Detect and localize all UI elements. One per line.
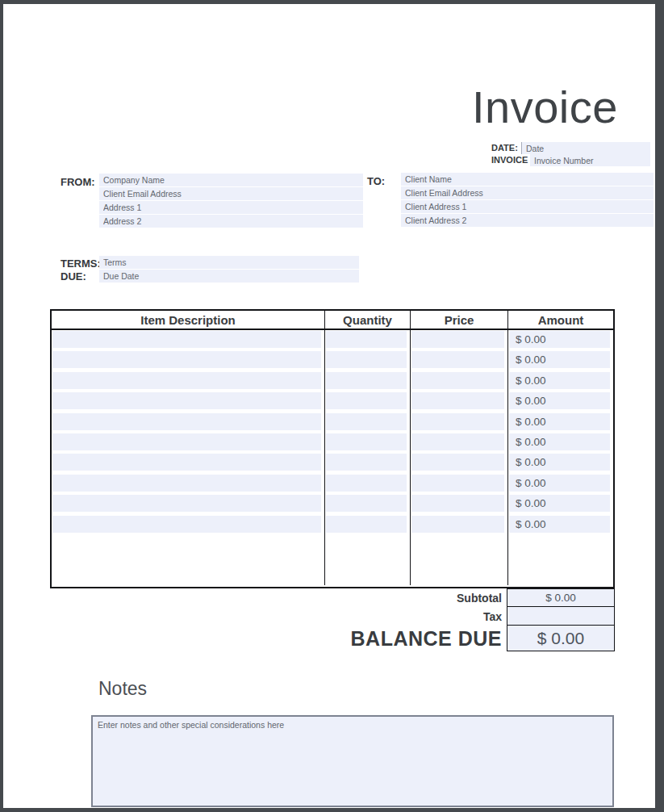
row-10-quantity-input[interactable]: [326, 516, 407, 533]
row-5-price-input[interactable]: [411, 413, 504, 430]
row-8-amount-input[interactable]: [509, 475, 610, 492]
page-border-top: [0, 0, 664, 4]
row-8-price-input[interactable]: [411, 475, 504, 492]
row-5-description-input[interactable]: [52, 413, 321, 430]
balance-due-label: BALANCE DUE: [324, 627, 502, 651]
notes-title: Notes: [98, 678, 147, 700]
row-9-quantity-input[interactable]: [326, 495, 407, 512]
due-label: DUE:: [61, 270, 86, 283]
row-7-amount-input[interactable]: [509, 454, 610, 471]
column-quantity: [325, 330, 411, 585]
row-10-price-input[interactable]: [411, 516, 504, 533]
balance-due-value-box[interactable]: $ 0.00: [507, 625, 615, 651]
invoice-page: Invoice DATE: INVOICE FROM: TO: TERMS: D…: [0, 0, 664, 812]
items-table: Item Description Quantity Price Amount: [50, 309, 615, 588]
items-table-body: [52, 330, 613, 585]
notes-textarea[interactable]: [91, 715, 614, 807]
column-price: [411, 330, 508, 585]
row-1-quantity-input[interactable]: [326, 331, 407, 348]
from-address2-input[interactable]: [99, 215, 363, 228]
items-table-header: Item Description Quantity Price Amount: [52, 311, 613, 330]
row-6-quantity-input[interactable]: [326, 433, 407, 450]
to-name-input[interactable]: [401, 173, 654, 186]
row-8-quantity-input[interactable]: [326, 475, 407, 492]
invoice-number-label: INVOICE: [491, 155, 528, 165]
header-quantity: Quantity: [325, 311, 411, 329]
page-title: Invoice: [472, 81, 618, 133]
from-address1-input[interactable]: [99, 201, 363, 214]
row-6-price-input[interactable]: [411, 433, 504, 450]
from-email-input[interactable]: [99, 187, 363, 200]
row-2-amount-input[interactable]: [509, 351, 610, 368]
row-3-amount-input[interactable]: [509, 372, 610, 389]
row-3-quantity-input[interactable]: [326, 372, 407, 389]
header-amount: Amount: [508, 311, 613, 329]
subtotal-value-box[interactable]: $ 0.00: [507, 588, 615, 607]
page-border-left: [0, 0, 3, 812]
page-border-right: [655, 0, 664, 812]
row-1-price-input[interactable]: [411, 331, 504, 348]
row-3-price-input[interactable]: [411, 372, 504, 389]
row-7-quantity-input[interactable]: [326, 454, 407, 471]
due-date-input[interactable]: [99, 270, 359, 283]
row-1-description-input[interactable]: [52, 331, 321, 348]
row-3-description-input[interactable]: [52, 372, 321, 389]
column-description: [52, 330, 325, 585]
row-6-description-input[interactable]: [52, 433, 321, 450]
row-6-amount-input[interactable]: [509, 433, 610, 450]
row-4-amount-input[interactable]: [509, 392, 610, 409]
invoice-number-input[interactable]: [530, 154, 650, 166]
row-9-price-input[interactable]: [411, 495, 504, 512]
tax-label: Tax: [324, 610, 502, 623]
terms-label: TERMS:: [61, 257, 101, 270]
to-label: TO:: [367, 175, 385, 187]
date-input[interactable]: [521, 142, 650, 154]
row-4-description-input[interactable]: [52, 392, 321, 409]
row-9-description-input[interactable]: [52, 495, 321, 512]
row-9-amount-input[interactable]: [509, 495, 610, 512]
row-2-price-input[interactable]: [411, 351, 504, 368]
row-7-price-input[interactable]: [411, 454, 504, 471]
from-label: FROM:: [61, 176, 95, 188]
tax-input[interactable]: [507, 606, 615, 626]
column-amount: [508, 330, 613, 585]
header-item-description: Item Description: [52, 311, 325, 329]
to-address1-input[interactable]: [401, 200, 654, 213]
row-2-description-input[interactable]: [52, 351, 321, 368]
row-2-quantity-input[interactable]: [326, 351, 407, 368]
subtotal-label: Subtotal: [324, 592, 502, 605]
row-5-quantity-input[interactable]: [326, 413, 407, 430]
to-email-input[interactable]: [401, 186, 654, 199]
row-7-description-input[interactable]: [52, 454, 321, 471]
row-10-amount-input[interactable]: [509, 516, 610, 533]
row-10-description-input[interactable]: [52, 516, 321, 533]
row-4-price-input[interactable]: [411, 392, 504, 409]
to-address2-input[interactable]: [401, 214, 654, 227]
terms-input[interactable]: [99, 256, 359, 269]
date-label: DATE:: [491, 143, 518, 153]
row-4-quantity-input[interactable]: [326, 392, 407, 409]
header-price: Price: [411, 311, 508, 329]
row-8-description-input[interactable]: [52, 475, 321, 492]
page-border-bottom: [0, 808, 664, 812]
row-5-amount-input[interactable]: [509, 413, 610, 430]
from-company-input[interactable]: [99, 174, 363, 186]
row-1-amount-input[interactable]: [509, 331, 610, 348]
